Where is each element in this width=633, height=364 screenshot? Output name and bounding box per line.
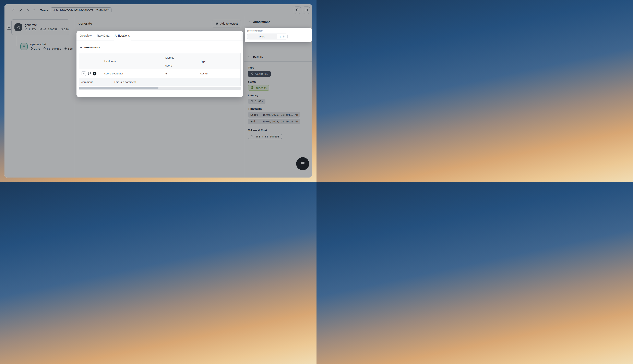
score-metric-control[interactable]: score μ 5 <box>247 34 288 40</box>
evaluator-table: Evaluator Metrics Type score <box>79 53 241 78</box>
table-header-type: Type <box>197 53 241 69</box>
trace-modal: Trace # 1cbb70e7-34a1-7bb7-3498-771b7d46… <box>4 4 312 178</box>
annotation-evaluator-label: score-evaluator <box>247 30 310 32</box>
horizontal-scrollbar[interactable] <box>79 87 241 90</box>
score-mean-value: μ 5 <box>277 34 288 39</box>
comment-count-badge: 1 <box>93 72 96 76</box>
table-subheader-score: score <box>162 62 197 69</box>
cell-type: custom <box>197 69 241 78</box>
comment-value: This is a comment <box>111 78 240 86</box>
comment-icon <box>88 72 91 76</box>
tab-annotations[interactable]: Annotations <box>115 31 130 40</box>
cell-evaluator: score-evaluator <box>101 69 162 78</box>
cell-score: 5 <box>162 69 197 78</box>
comment-key: comment <box>79 78 111 86</box>
score-evaluator-annotation-card: score-evaluator score μ 5 <box>245 28 312 42</box>
collapse-row-button[interactable] <box>82 72 86 76</box>
scrollbar-thumb[interactable] <box>79 87 158 89</box>
evaluator-section-title: score-evaluator <box>80 46 240 49</box>
tab-overview[interactable]: Overview <box>80 31 92 40</box>
annotations-tab-card: Overview Raw Data Annotations score-eval… <box>76 31 243 97</box>
table-row[interactable]: 1 score-evaluator 5 custom <box>79 69 241 78</box>
table-header-empty <box>79 53 101 69</box>
tab-bar: Overview Raw Data Annotations <box>76 31 243 40</box>
score-metric-name[interactable]: score <box>247 34 277 39</box>
highlighted-letter: n <box>118 34 120 37</box>
table-header-metrics: Metrics <box>162 53 197 62</box>
tab-raw-data[interactable]: Raw Data <box>97 31 109 40</box>
table-header-evaluator: Evaluator <box>101 53 162 69</box>
comment-row: comment This is a comment <box>79 78 241 86</box>
